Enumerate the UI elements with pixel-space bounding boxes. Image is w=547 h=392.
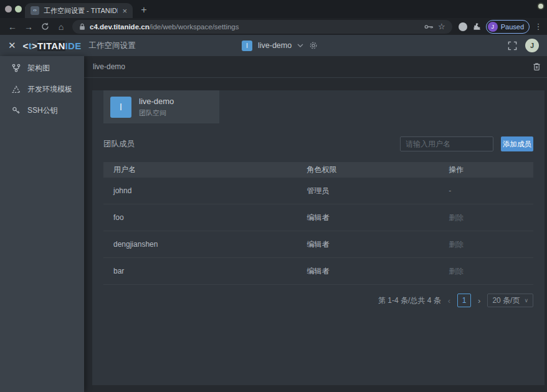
fullscreen-icon[interactable] [508, 41, 517, 50]
workspace-card-avatar: l [110, 97, 131, 118]
url-text: c4.dev.titanide.cn/ide/web/workspace/set… [90, 23, 420, 31]
logo-bracket-left: < [23, 41, 29, 51]
table-header-row: 用户名 角色权限 操作 [103, 162, 533, 178]
toolbar-right: J Paused ⋮ [455, 20, 543, 34]
home-icon[interactable]: ⌂ [53, 19, 69, 34]
sidebar-item-label: SSH公钥 [27, 105, 58, 116]
fork-branch-icon [11, 64, 21, 72]
url-path: /ide/web/workspace/settings [150, 23, 239, 31]
main-area: live-demo l live-demo 团队空间 [84, 56, 547, 392]
browser-window: ‹› 工作空间设置 - TITANIDE × + ← → ⌂ c4.dev.ti… [0, 0, 547, 392]
window-minimize-button[interactable] [15, 6, 22, 12]
next-page-icon[interactable]: › [477, 296, 481, 305]
logo-bracket-right: > [32, 41, 37, 51]
window-close-button[interactable] [5, 6, 12, 12]
workspace-avatar: l [242, 41, 252, 51]
members-table: 用户名 角色权限 操作 johnd 管理员 - foo 编辑者 删除 [103, 162, 533, 285]
settings-panel: l live-demo 团队空间 团队成员 添加成员 用户名 角色权限 操作 [92, 90, 545, 385]
workspace-card: l live-demo 团队空间 [103, 90, 219, 123]
bookmark-star-icon[interactable]: ☆ [438, 22, 445, 31]
cell-role: 管理员 [297, 186, 439, 196]
lock-icon [79, 23, 85, 31]
tab-title: 工作空间设置 - TITANIDE [44, 6, 118, 16]
extension-icon[interactable] [459, 22, 467, 31]
browser-tab[interactable]: ‹› 工作空间设置 - TITANIDE × [25, 3, 133, 18]
column-header-actions: 操作 [439, 165, 533, 175]
app-header: ✕ <t>TITANIDE 工作空间设置 l live-demo J [0, 35, 547, 56]
extensions-puzzle-icon[interactable] [472, 22, 482, 31]
sidebar-item-dev-env-template[interactable]: 开发环境模板 [0, 79, 84, 100]
page-number-button[interactable]: 1 [457, 294, 471, 307]
browser-profile-dot-icon[interactable] [537, 2, 545, 10]
cell-action-none: - [439, 186, 533, 195]
tab-close-icon[interactable]: × [122, 7, 127, 15]
url-domain: c4.dev.titanide.cn [90, 23, 150, 31]
sidebar-item-label: 架构图 [27, 63, 50, 74]
sidebar-item-label: 开发环境模板 [27, 84, 72, 95]
pagination-summary: 第 1-4 条/总共 4 条 [378, 295, 441, 306]
page-size-value: 20 条/页 [492, 295, 520, 306]
username-input[interactable] [400, 136, 493, 151]
cell-username: johnd [103, 186, 297, 195]
key-icon [11, 107, 21, 115]
select-chevron-icon: ∨ [524, 297, 528, 304]
browser-profile-button[interactable]: J Paused [486, 20, 530, 34]
browser-tabstrip: ‹› 工作空间设置 - TITANIDE × + [0, 0, 547, 18]
cell-role: 编辑者 [297, 213, 439, 223]
header-right: J [508, 39, 539, 52]
address-bar[interactable]: c4.dev.titanide.cn/ide/web/workspace/set… [72, 20, 452, 34]
close-settings-icon[interactable]: ✕ [8, 40, 16, 51]
delete-workspace-trash-icon[interactable] [533, 62, 541, 71]
tab-favicon-icon: ‹› [31, 6, 39, 15]
table-row: bar 编辑者 删除 [103, 258, 533, 285]
profile-status: Paused [501, 23, 524, 31]
sidebar: 架构图 开发环境模板 SSH公钥 [0, 56, 84, 392]
column-header-username: 用户名 [103, 165, 297, 175]
workspace-card-info: live-demo 团队空间 [139, 97, 174, 118]
page-size-select[interactable]: 20 条/页 ∨ [487, 294, 533, 307]
workspace-switcher[interactable]: l live-demo [242, 35, 318, 56]
add-member-button[interactable]: 添加成员 [501, 136, 533, 151]
sidebar-item-ssh-keys[interactable]: SSH公钥 [0, 100, 84, 121]
app-logo: <t>TITANIDE [23, 41, 82, 51]
cell-role: 编辑者 [297, 239, 439, 250]
user-avatar[interactable]: J [525, 39, 539, 52]
logo-brand-main: TITAN [37, 41, 65, 51]
password-key-icon[interactable] [424, 24, 434, 30]
sidebar-item-architecture[interactable]: 架构图 [0, 57, 84, 79]
chevron-down-icon[interactable] [297, 44, 303, 47]
prev-page-icon[interactable]: ‹ [447, 296, 451, 305]
browser-menu-icon[interactable]: ⋮ [534, 22, 543, 31]
workspace-card-name: live-demo [139, 97, 174, 106]
app-body: 架构图 开发环境模板 SSH公钥 [0, 56, 547, 392]
cell-role: 编辑者 [297, 266, 439, 277]
new-tab-button[interactable]: + [138, 4, 150, 16]
pagination: 第 1-4 条/总共 4 条 ‹ 1 › 20 条/页 ∨ [103, 294, 533, 307]
back-icon[interactable]: ← [4, 19, 21, 34]
delete-member-link[interactable]: 删除 [439, 239, 533, 250]
cell-username: foo [103, 213, 297, 222]
delete-member-link[interactable]: 删除 [439, 266, 533, 277]
cell-username: bar [103, 267, 297, 275]
table-row: johnd 管理员 - [103, 178, 533, 204]
breadcrumb-bar: live-demo [84, 56, 547, 78]
column-header-role: 角色权限 [297, 165, 439, 175]
template-triangle-icon [11, 85, 21, 93]
reload-icon[interactable] [37, 19, 53, 34]
members-toolbar: 团队成员 添加成员 [103, 136, 533, 151]
cell-username: dengjianshen [103, 240, 297, 249]
workspace-card-type: 团队空间 [139, 108, 174, 118]
logo-brand-accent: IDE [65, 41, 82, 51]
browser-toolbar: ← → ⌂ c4.dev.titanide.cn/ide/web/workspa… [0, 18, 547, 35]
delete-member-link[interactable]: 删除 [439, 213, 533, 223]
members-section-title: 团队成员 [103, 139, 135, 150]
table-row: foo 编辑者 删除 [103, 204, 533, 231]
workspace-name: live-demo [258, 41, 292, 50]
workspace-settings-gear-icon[interactable] [309, 41, 318, 50]
forward-icon[interactable]: → [21, 19, 37, 34]
breadcrumb: live-demo [93, 62, 125, 71]
page-title: 工作空间设置 [88, 41, 135, 51]
profile-avatar: J [488, 22, 498, 32]
table-row: dengjianshen 编辑者 删除 [103, 231, 533, 258]
